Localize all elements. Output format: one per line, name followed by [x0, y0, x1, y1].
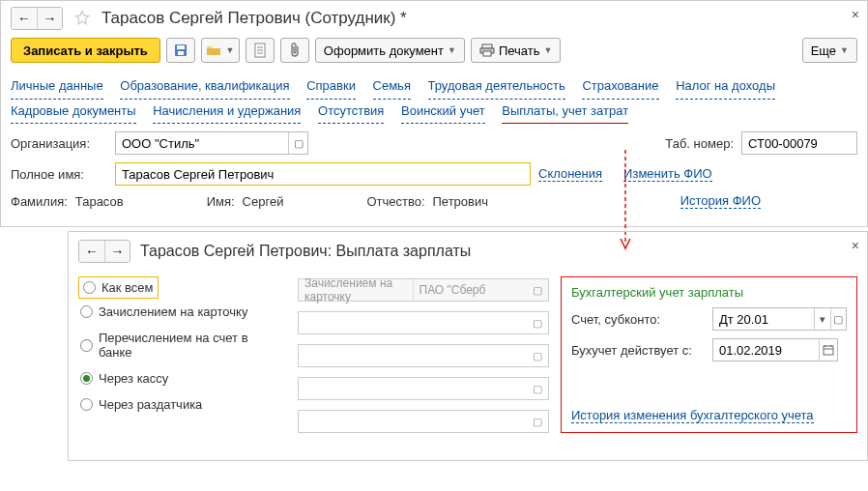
sub-nav-forward-button[interactable]: → [104, 241, 130, 262]
radio-label: Как всем [101, 280, 154, 295]
radio-label: Зачислением на карточку [99, 304, 247, 319]
tab-income-tax[interactable]: Налог на доходы [676, 74, 775, 100]
radio-card[interactable]: Зачислением на карточку [78, 299, 286, 325]
window-title: Тарасов Сергей Петрович (Сотрудник) * [101, 9, 407, 28]
fullname-field[interactable] [115, 162, 531, 186]
nav-back-button[interactable]: ← [12, 8, 37, 29]
save-button[interactable] [166, 38, 195, 63]
empty-field-4[interactable]: ▢ [298, 377, 549, 400]
radio-icon [80, 398, 93, 411]
chevron-down-icon: ▼ [448, 45, 456, 55]
open-icon[interactable]: ▢ [527, 378, 548, 399]
svg-rect-2 [178, 51, 184, 55]
create-document-dropdown[interactable]: Оформить документ ▼ [315, 38, 465, 63]
radio-icon [80, 339, 93, 352]
print-label: Печать [499, 43, 540, 58]
open-icon[interactable]: ▢ [527, 312, 548, 333]
toolbar: Записать и закрыть ▼ Оформить документ ▼… [1, 34, 867, 71]
org-input[interactable] [116, 132, 288, 154]
main-window: ← → Тарасов Сергей Петрович (Сотрудник) … [0, 0, 868, 227]
empty-field-3[interactable]: ▢ [298, 344, 549, 367]
sub-close-icon[interactable]: × [852, 238, 859, 253]
tab-payments[interactable]: Выплаты, учет затрат [502, 100, 628, 125]
tab-reports[interactable]: Справки [306, 74, 356, 100]
form-area: Организация: ▢ Таб. номер: Полное имя: С… [1, 126, 867, 226]
empty-field-5[interactable]: ▢ [298, 410, 549, 433]
window-header: ← → Тарасов Сергей Петрович (Сотрудник) … [1, 1, 867, 34]
sub-body: Как всем Зачислением на карточку Перечис… [69, 269, 867, 441]
account-input[interactable] [713, 308, 814, 330]
tabno-input[interactable] [742, 132, 856, 154]
account-field[interactable]: ▾ ▢ [712, 307, 847, 331]
svg-rect-1 [177, 45, 185, 49]
tab-insurance[interactable]: Страхование [582, 74, 658, 100]
tab-absences[interactable]: Отсутствия [318, 100, 384, 125]
disabled-part-a: Зачислением на карточку [299, 279, 414, 301]
radio-icon [83, 281, 96, 294]
tab-bar: Личные данные Образование, квалификация … [1, 71, 867, 126]
org-label: Организация: [11, 136, 107, 151]
date-field[interactable] [712, 338, 838, 361]
accounting-history-link[interactable]: История изменения бухгалтерского учета [571, 408, 814, 423]
radio-as-all[interactable]: Как всем [78, 276, 159, 299]
tab-hr-docs[interactable]: Кадровые документы [11, 100, 136, 125]
tab-family[interactable]: Семья [373, 74, 411, 100]
svg-rect-9 [483, 51, 491, 56]
radio-label: Через раздатчика [99, 397, 202, 412]
create-document-label: Оформить документ [324, 43, 444, 58]
radio-cash[interactable]: Через кассу [78, 365, 286, 391]
chevron-down-icon[interactable]: ▾ [814, 308, 829, 330]
org-field[interactable]: ▢ [115, 131, 308, 155]
declensions-link[interactable]: Склонения [538, 166, 602, 182]
calendar-icon[interactable] [819, 339, 837, 361]
center-fields: Зачислением на карточку ПАО "Сберб ▢ ▢ ▢… [298, 278, 549, 433]
tab-education[interactable]: Образование, квалификация [120, 74, 289, 100]
tab-military[interactable]: Воинский учет [401, 100, 485, 125]
more-label: Еще [811, 43, 836, 58]
print-dropdown[interactable]: Печать ▼ [471, 38, 562, 63]
open-icon[interactable]: ▢ [527, 411, 548, 432]
tab-accruals[interactable]: Начисления и удержания [153, 100, 301, 125]
account-label: Счет, субконто: [571, 312, 707, 327]
empty-field-2[interactable]: ▢ [298, 311, 549, 334]
tabno-field[interactable] [741, 131, 857, 155]
open-icon[interactable]: ▢ [830, 308, 846, 330]
date-input[interactable] [713, 339, 819, 361]
radio-distributor[interactable]: Через раздатчика [78, 391, 286, 418]
close-icon[interactable]: × [852, 7, 859, 22]
sub-window: × ← → Тарасов Сергей Петрович: Выплата з… [68, 231, 868, 461]
nav-buttons: ← → [11, 7, 63, 30]
radio-label: Через кассу [99, 371, 168, 386]
tab-employment[interactable]: Трудовая деятельность [428, 74, 565, 100]
disabled-part-b: ПАО "Сберб [414, 279, 528, 301]
tab-personal[interactable]: Личные данные [11, 74, 103, 100]
more-dropdown[interactable]: Еще ▼ [802, 38, 857, 63]
open-icon[interactable]: ▢ [527, 345, 548, 366]
radio-label: Перечислением на счет в банке [99, 331, 284, 360]
history-fio-link[interactable]: История ФИО [680, 193, 761, 209]
nav-forward-button[interactable]: → [37, 8, 62, 29]
attach-button[interactable] [280, 38, 309, 63]
open-icon: ▢ [527, 279, 548, 301]
radio-icon [80, 372, 93, 385]
svg-rect-11 [824, 346, 833, 355]
accounting-title: Бухгалтерский учет зарплаты [571, 285, 847, 300]
chevron-down-icon: ▼ [225, 45, 234, 55]
payment-method-radiogroup: Как всем Зачислением на карточку Перечис… [78, 276, 286, 433]
change-fio-link[interactable]: Изменить ФИО [623, 166, 712, 182]
radio-bank[interactable]: Перечислением на счет в банке [78, 325, 286, 365]
sub-nav-back-button[interactable]: ← [79, 241, 104, 262]
patronymic-value: Петрович [433, 194, 489, 209]
document-button[interactable] [246, 38, 275, 63]
date-label: Бухучет действует с: [571, 343, 707, 358]
sub-window-title: Тарасов Сергей Петрович: Выплата зарплат… [140, 243, 471, 260]
surname-value: Тарасов [75, 194, 124, 209]
folder-dropdown-button[interactable]: ▼ [201, 38, 240, 63]
tabno-label: Таб. номер: [665, 136, 734, 151]
open-icon[interactable]: ▢ [288, 132, 307, 154]
chevron-down-icon: ▼ [543, 45, 552, 55]
favorite-star-icon[interactable] [72, 9, 92, 28]
radio-icon [80, 305, 93, 318]
fullname-input[interactable] [116, 163, 530, 185]
save-and-close-button[interactable]: Записать и закрыть [11, 38, 160, 63]
